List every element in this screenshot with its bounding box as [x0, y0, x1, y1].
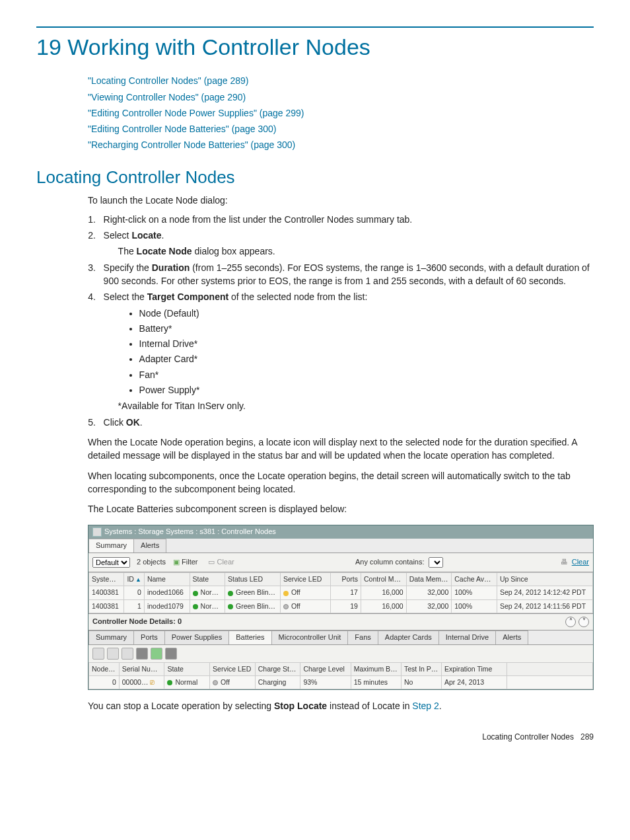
cell-dmem: 32,000 [406, 586, 452, 599]
toc-link-4[interactable]: "Editing Controller Node Batteries" (pag… [88, 122, 594, 135]
cell-cmem: 16,000 [361, 586, 406, 599]
bth-svcled[interactable]: Service LED [210, 662, 256, 675]
th-ports[interactable]: Ports [331, 573, 361, 586]
battery2-icon[interactable] [107, 648, 119, 660]
collapse-down-icon[interactable]: ˅ [578, 617, 589, 627]
battery3-icon[interactable] [122, 648, 133, 660]
footnote: *Available for Titan InServ only. [118, 399, 594, 412]
clear-button-left[interactable]: ▭ Clear [205, 556, 237, 569]
dtab-batteries[interactable]: Batteries [228, 630, 271, 644]
bth-serial[interactable]: Serial Number [119, 662, 164, 675]
tab-alerts[interactable]: Alerts [133, 539, 166, 553]
bth-maxlife[interactable]: Maximum Battery Life [351, 662, 401, 675]
printer-icon[interactable]: 🖶 [561, 557, 568, 568]
filter-button[interactable]: ▣ Filter [170, 556, 201, 569]
led-dot-icon [213, 680, 218, 685]
th-cache[interactable]: Cache Availability [452, 573, 497, 586]
battery6-icon[interactable] [165, 648, 177, 660]
eraser-icon: ▭ [208, 557, 215, 568]
battery1-icon[interactable] [92, 648, 104, 660]
app-panel: Systems : Storage Systems : s381 : Contr… [88, 525, 594, 690]
cell-statusled: Green Blinking [225, 599, 280, 613]
tab-summary[interactable]: Summary [88, 539, 134, 553]
dtab-alerts[interactable]: Alerts [495, 630, 528, 644]
toc-link-5[interactable]: "Recharging Controller Node Batteries" (… [88, 138, 594, 151]
step-5: Click OK. [101, 416, 594, 429]
step4-bold: Target Component [147, 291, 228, 302]
th-id[interactable]: ID▲ [124, 573, 145, 586]
toc-link-1[interactable]: "Locating Controller Nodes" (page 289) [88, 74, 594, 87]
toc-link-2[interactable]: "Viewing Controller Nodes" (page 290) [88, 91, 594, 104]
cell-cmem: 16,000 [361, 599, 406, 613]
closing-post: . [439, 701, 442, 711]
step1-text: Right-click on a node from the list unde… [104, 214, 413, 225]
section-heading: Locating Controller Nodes [36, 165, 594, 190]
battery4-icon[interactable] [136, 648, 148, 660]
led-dot-icon [283, 604, 289, 609]
collapse-up-icon[interactable]: ˄ [565, 617, 576, 627]
th-cmem[interactable]: Control Memory (GiB) [361, 573, 406, 586]
filter-dropdown[interactable]: Default [92, 557, 130, 568]
bcell-test: No [401, 676, 441, 689]
status-dot-icon [193, 604, 198, 609]
toc-link-3[interactable]: "Editing Controller Node Power Supplies"… [88, 106, 594, 120]
step-2: Select Locate. The Locate Node dialog bo… [101, 229, 594, 258]
th-name[interactable]: Name [144, 573, 190, 586]
closing-bold: Stop Locate [274, 701, 327, 711]
led-dot-icon [283, 591, 289, 596]
chapter-title: 19 Working with Controller Nodes [36, 31, 594, 63]
bth-exp[interactable]: Expiration Time [442, 662, 507, 675]
th-status-led[interactable]: Status LED [225, 573, 280, 586]
sort-asc-icon: ▲ [135, 576, 141, 583]
th-service-led[interactable]: Service LED [280, 573, 330, 586]
status-dot-icon [167, 680, 172, 685]
locate-icon: ⎚ [150, 678, 155, 686]
bth-nodeid[interactable]: Node ID [89, 662, 120, 675]
bth-chlvl[interactable]: Charge Level [300, 662, 351, 675]
dtab-idrive[interactable]: Internal Drive [438, 630, 496, 644]
details-title: Controller Node Details: 0 ˄ ˅ [88, 613, 593, 630]
bth-chstate[interactable]: Charge State [255, 662, 300, 675]
th-system-sn[interactable]: System SN [89, 573, 124, 586]
table-row[interactable]: 0 00000… ⎚ Normal Off Charging 93% 15 mi… [89, 676, 593, 689]
bullet-battery: Battery* [139, 322, 594, 335]
step2-pre: Select [104, 230, 132, 241]
toc: "Locating Controller Nodes" (page 289) "… [88, 74, 594, 151]
cell-since: Sep 24, 2012 14:11:56 PDT [497, 599, 592, 613]
window-icon [92, 527, 102, 537]
dtab-mcu[interactable]: Microcontroller Unit [271, 630, 349, 644]
th-state[interactable]: State [190, 573, 225, 586]
step-3: Specify the Duration (from 1–255 seconds… [101, 261, 594, 288]
bth-state[interactable]: State [164, 662, 210, 675]
filter-bar: Default 2 objects ▣ Filter ▭ Clear Any c… [88, 553, 593, 572]
footer-page: 289 [580, 732, 594, 742]
step-1: Right-click on a node from the list unde… [101, 213, 594, 226]
clear-label-left: Clear [217, 557, 234, 568]
bullet-internaldrive: Internal Drive* [139, 337, 594, 350]
table-row[interactable]: 1400381 0 inoded1066 Normal Green Blinki… [89, 586, 593, 599]
dtab-psu[interactable]: Power Supplies [164, 630, 229, 644]
th-dmem[interactable]: Data Memory (GiB) [406, 573, 452, 586]
dtab-ports[interactable]: Ports [133, 630, 165, 644]
th-since[interactable]: Up Since [497, 573, 592, 586]
bcell-chlvl: 93% [300, 676, 351, 689]
table-row[interactable]: 1400381 1 inoded1079 Normal Green Blinki… [89, 599, 593, 613]
search-dropdown[interactable] [429, 557, 443, 568]
clear-button-right[interactable]: Clear [572, 557, 589, 568]
footer-text: Locating Controller Nodes [482, 732, 574, 742]
panel-titlebar: Systems : Storage Systems : s381 : Contr… [88, 525, 593, 539]
bth-test[interactable]: Test In Progress [401, 662, 441, 675]
bcell-serial: 00000… ⎚ [119, 676, 164, 689]
closing-para: You can stop a Locate operation by selec… [88, 699, 594, 712]
closing-pre: You can stop a Locate operation by selec… [88, 701, 274, 711]
table-header-row: Node ID Serial Number State Service LED … [89, 662, 593, 675]
dtab-fans[interactable]: Fans [347, 630, 378, 644]
battery5-icon[interactable] [151, 648, 162, 660]
step2-link[interactable]: Step 2 [412, 701, 438, 711]
bcell-maxlife: 15 minutes [351, 676, 401, 689]
dtab-summary[interactable]: Summary [88, 630, 134, 644]
step2-post: . [162, 230, 164, 241]
step4-post: of the selected node from the list: [228, 291, 367, 302]
bth-empty [507, 662, 593, 675]
dtab-adapter[interactable]: Adapter Cards [378, 630, 439, 644]
